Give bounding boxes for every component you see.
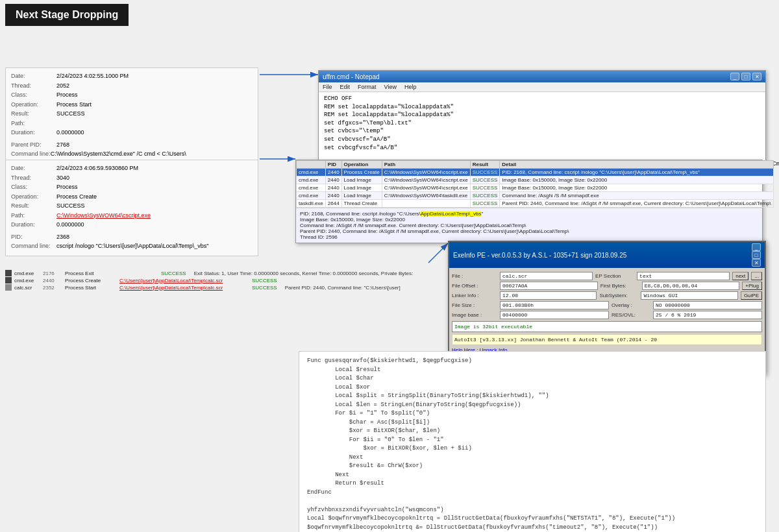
notepad-menubar: File Edit Format View Help bbox=[319, 82, 765, 92]
exeinfo-title: ExeInfo PE - ver.0.0.5.3 by A.S.L - 1035… bbox=[453, 252, 626, 259]
notepad-window: uffm.cmd - Notepad _ □ ✕ File Edit Forma… bbox=[318, 70, 766, 171]
exeinfo-titlebar: ExeInfo PE - ver.0.0.5.3 by A.S.L - 1035… bbox=[449, 242, 765, 268]
detail-row-1: PID: 2168, Command line: cscript /nologo… bbox=[300, 211, 758, 217]
autoit-info: AutoIt3 [v3.3.13.xx] Jonathan Bennett & … bbox=[452, 334, 762, 345]
svg-line-3 bbox=[428, 243, 448, 263]
close-button[interactable]: ✕ bbox=[752, 73, 761, 80]
maximize-button[interactable]: □ bbox=[741, 73, 750, 80]
bottom-proc-rows: cmd.exe 2176 Process Exit SUCCESS Exit S… bbox=[5, 270, 427, 291]
detail-row-2: Image Base: 0x150000, Image Size: 0x2200… bbox=[300, 217, 758, 223]
process-window: PID Operation Path Result Detail cmd.exe… bbox=[295, 160, 763, 243]
menu-file[interactable]: File bbox=[323, 84, 332, 90]
exeinfo-max[interactable]: □ bbox=[752, 251, 761, 259]
exeinfo-min[interactable]: _ bbox=[752, 243, 761, 251]
process-table: PID Operation Path Result Detail cmd.exe… bbox=[296, 160, 774, 208]
minimize-button[interactable]: _ bbox=[730, 73, 739, 80]
guipe-btn[interactable]: GuiPE bbox=[741, 291, 762, 300]
proc-row-2: cmd.exe 2440 Process Create C:\Users\[us… bbox=[5, 277, 427, 284]
menu-view[interactable]: View bbox=[384, 84, 397, 90]
code-panel: Func gusesqqravfo($kiskierhtwd1, $qegpfu… bbox=[299, 351, 766, 532]
plug-btn[interactable]: +Plug bbox=[742, 282, 762, 290]
detail-row-4: Parent PID: 2440, Command line: /ASgbt /… bbox=[300, 228, 758, 234]
info-panel-2: Date: 2/24/2023 4:06:59.5930860 PM Threa… bbox=[5, 160, 258, 256]
page-title: Next Stage Dropping bbox=[5, 4, 129, 26]
proc-row-1: cmd.exe 2176 Process Exit SUCCESS Exit S… bbox=[5, 270, 427, 276]
next-btn[interactable]: next bbox=[732, 272, 748, 280]
proc-row-3: calc.scr 2352 Process Start C:\Users\[us… bbox=[5, 284, 427, 291]
calc-icon bbox=[5, 284, 12, 291]
browse-btn[interactable]: ... bbox=[751, 272, 762, 280]
notepad-titlebar: uffm.cmd - Notepad _ □ ✕ bbox=[319, 71, 765, 82]
menu-edit[interactable]: Edit bbox=[340, 84, 351, 90]
exeinfo-close[interactable]: ✕ bbox=[752, 259, 761, 267]
menu-help[interactable]: Help bbox=[404, 84, 417, 90]
notepad-title: uffm.cmd - Notepad bbox=[323, 73, 380, 80]
is-32bit-label: Image is 32bit executable bbox=[452, 321, 762, 332]
menu-format[interactable]: Format bbox=[358, 84, 377, 90]
detail-row-5: Thread ID: 2596 bbox=[300, 234, 758, 240]
cmd-icon-1 bbox=[5, 270, 12, 276]
detail-row-3: Command line: /ASgbt /f /M smmapdf.exe. … bbox=[300, 223, 758, 228]
cmd-icon-2 bbox=[5, 277, 12, 284]
